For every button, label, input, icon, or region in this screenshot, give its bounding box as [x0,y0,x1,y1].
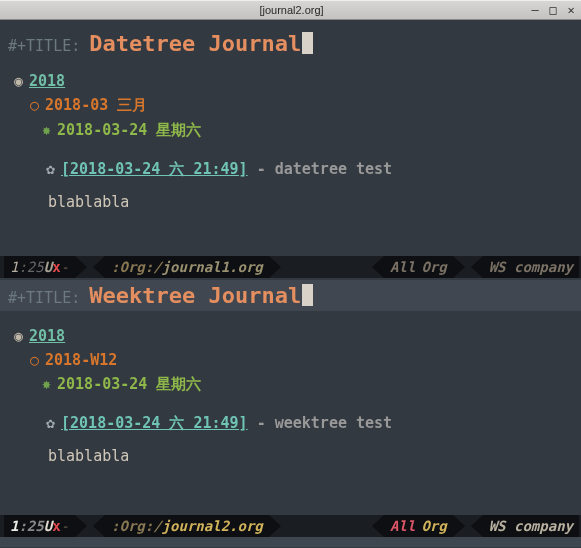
title-keyword: #+TITLE: [8,37,89,55]
month-text: 2018-03 三月 [45,96,147,114]
workspace-label: WS company [489,259,573,275]
buffer-pane-2[interactable]: #+TITLE: Weektree Journal ◉2018 ○2018-W1… [0,278,581,515]
year-text: 2018 [29,327,65,345]
cursor-icon [302,32,313,54]
separator-icon [93,515,105,537]
maximize-icon[interactable]: □ [547,4,559,16]
year-text: 2018 [29,72,65,90]
separator-icon [372,256,384,278]
separator-icon [372,515,384,537]
bullet-open-icon: ○ [30,351,39,369]
position-indicator: All [390,259,415,275]
window-titlebar: [journal2.org] — □ ✕ [0,0,581,20]
buffer-filename: journal2.org [162,518,263,534]
week-text: 2018-W12 [45,351,117,369]
close-icon[interactable]: ✕ [565,4,577,16]
entry-body: blablabla [8,179,573,211]
title-text: Datetree Journal [89,31,301,56]
encoding-flag: U [44,518,52,534]
mode-context: :Org: [111,259,153,275]
bullet-ring-icon: ◉ [14,327,23,345]
minibuffer[interactable] [0,537,581,547]
title-text: Weektree Journal [89,283,301,308]
timestamp-link[interactable]: [2018-03-24 六 21:49] [61,414,248,432]
heading-day: ✸2018-03-24 星期六 [8,369,573,394]
separator-icon [269,515,281,537]
major-mode: Org [421,259,446,275]
title-keyword: #+TITLE: [8,289,89,307]
separator-icon [75,515,87,537]
separator-icon [453,256,465,278]
entry-line: ✿[2018-03-24 六 21:49] - datetree test [8,154,573,179]
minimize-icon[interactable]: — [529,4,541,16]
window-title: [journal2.org] [54,4,529,16]
org-title-line: #+TITLE: Weektree Journal [0,280,581,311]
day-text: 2018-03-24 星期六 [57,121,201,139]
heading-year: ◉2018 [8,321,573,345]
bullet-ring-icon: ◉ [14,72,23,90]
entry-title: - weektree test [248,414,393,432]
bullet-diamond-icon: ✿ [46,160,55,178]
bullet-open-icon: ○ [30,96,39,114]
line-col: 1:25 [10,259,44,275]
modified-flag-icon: x [52,518,60,534]
modeline-active: 1:25 Ux- :Org:/journal2.org All Org WS c… [0,515,581,537]
separator-icon [93,256,105,278]
position-indicator: All [390,518,415,534]
separator-icon [453,515,465,537]
heading-month: ○2018-03 三月 [8,90,573,115]
encoding-flag: U [44,259,52,275]
modified-flag-icon: x [52,259,60,275]
heading-day: ✸2018-03-24 星期六 [8,115,573,140]
bullet-star-icon: ✸ [42,121,51,139]
separator-icon [75,256,87,278]
buffer-pane-1[interactable]: #+TITLE: Datetree Journal ◉2018 ○2018-03… [0,20,581,256]
heading-year: ◉2018 [8,66,573,90]
mode-context: :Org: [111,518,153,534]
separator-icon [269,256,281,278]
timestamp-link[interactable]: [2018-03-24 六 21:49] [61,160,248,178]
workspace-label: WS company [489,518,573,534]
bullet-diamond-icon: ✿ [46,414,55,432]
bullet-star-icon: ✸ [42,375,51,393]
cursor-icon [302,284,313,306]
buffer-filename: journal1.org [162,259,263,275]
org-title-line: #+TITLE: Datetree Journal [8,25,573,56]
entry-body: blablabla [8,433,573,465]
separator-icon [471,515,483,537]
separator-icon [471,256,483,278]
window-controls: — □ ✕ [529,4,577,16]
line-col: 1:25 [10,518,44,534]
major-mode: Org [421,518,446,534]
entry-title: - datetree test [248,160,393,178]
heading-week: ○2018-W12 [8,345,573,369]
day-text: 2018-03-24 星期六 [57,375,201,393]
entry-line: ✿[2018-03-24 六 21:49] - weektree test [8,408,573,433]
modeline-inactive: 1:25 Ux- :Org:/journal1.org All Org WS c… [0,256,581,278]
